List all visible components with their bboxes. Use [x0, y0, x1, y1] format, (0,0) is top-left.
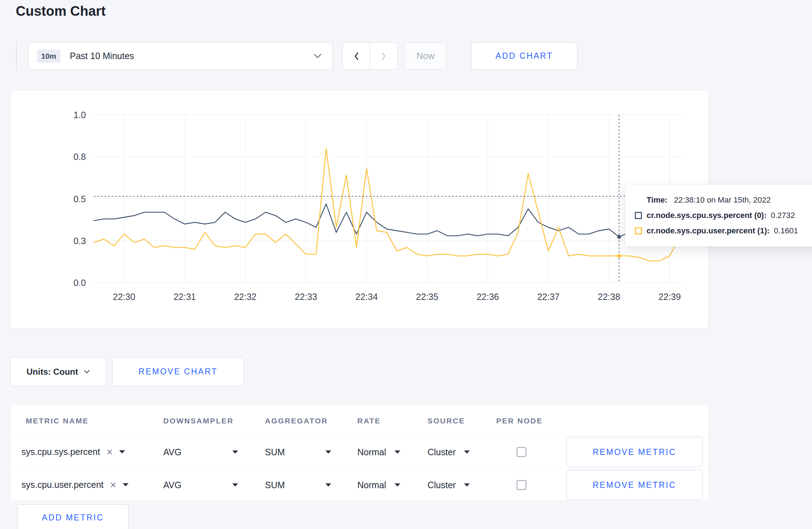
rate-value: Normal — [357, 480, 386, 490]
metric-name-select[interactable]: sys.cpu.user.percent × — [21, 480, 129, 490]
svg-text:22:32: 22:32 — [234, 292, 257, 302]
col-header-per-node: PER NODE — [496, 417, 543, 425]
svg-text:0.3: 0.3 — [73, 236, 86, 246]
clear-metric-icon[interactable]: × — [107, 447, 113, 457]
svg-text:22:33: 22:33 — [295, 292, 317, 302]
metric-row: sys.cpu.user.percent × AVG SUM Normal Cl… — [11, 468, 708, 501]
chart-card: 1.00.80.50.30.022:3022:3122:3222:3322:34… — [10, 90, 709, 329]
metrics-chart[interactable]: 1.00.80.50.30.022:3022:3122:3222:3322:34… — [11, 91, 709, 329]
col-header-source: SOURCE — [427, 417, 465, 425]
caret-down-icon — [464, 483, 470, 486]
source-select[interactable]: Cluster — [427, 447, 470, 457]
chevron-right-icon — [381, 52, 386, 60]
svg-text:22:36: 22:36 — [477, 292, 499, 302]
source-value: Cluster — [427, 480, 456, 490]
caret-down-icon — [395, 483, 400, 486]
metric-name-select[interactable]: sys.cpu.sys.percent × — [21, 447, 125, 457]
next-timespan-button[interactable] — [370, 42, 398, 70]
tooltip-series-user-label: cr.node.sys.cpu.user.percent (1): — [647, 226, 770, 236]
downsampler-value: AVG — [163, 480, 182, 490]
rate-value: Normal — [357, 447, 386, 457]
timescale-dropdown[interactable]: 10m Past 10 Minutes — [28, 42, 333, 70]
chevron-down-icon — [314, 54, 322, 58]
aggregator-select[interactable]: SUM — [265, 447, 331, 457]
downsampler-select[interactable]: AVG — [163, 447, 238, 457]
tooltip-series-user-value: 0.1601 — [774, 226, 798, 236]
clear-metric-icon[interactable]: × — [110, 480, 116, 490]
units-dropdown[interactable]: Units: Count — [10, 357, 106, 386]
rate-select[interactable]: Normal — [357, 480, 400, 490]
chevron-left-icon — [354, 52, 359, 60]
add-chart-button[interactable]: ADD CHART — [471, 42, 577, 70]
aggregator-value: SUM — [265, 447, 285, 457]
svg-text:22:31: 22:31 — [174, 292, 196, 302]
col-header-rate: RATE — [357, 417, 381, 425]
remove-chart-button[interactable]: REMOVE CHART — [112, 357, 244, 386]
col-header-downsampler: DOWNSAMPLER — [163, 417, 234, 425]
axis-labels: 1.00.80.50.30.022:3022:3122:3222:3322:34… — [73, 110, 681, 302]
series-sys-swatch-icon — [635, 212, 642, 219]
aggregator-select[interactable]: SUM — [265, 480, 331, 490]
aggregator-value: SUM — [265, 480, 285, 490]
tooltip-time-value: 22:38:10 on Mar 15th, 2022 — [674, 195, 770, 204]
source-value: Cluster — [427, 447, 456, 457]
svg-text:22:37: 22:37 — [537, 292, 560, 302]
svg-text:1.0: 1.0 — [73, 110, 86, 120]
series-line-1 — [94, 149, 680, 261]
col-header-aggregator: AGGREGATOR — [265, 417, 328, 425]
chevron-down-icon — [84, 370, 90, 374]
caret-down-icon — [232, 450, 238, 453]
gridlines — [94, 115, 683, 283]
caret-down-icon — [123, 483, 129, 486]
caret-down-icon — [325, 483, 331, 486]
svg-text:22:35: 22:35 — [416, 292, 439, 302]
metric-row: sys.cpu.sys.percent × AVG SUM Normal Clu… — [11, 435, 708, 468]
tooltip-time-row: Time: 22:38:10 on Mar 15th, 2022 — [635, 195, 811, 205]
metric-name-value: sys.cpu.user.percent — [21, 480, 103, 490]
downsampler-select[interactable]: AVG — [163, 480, 238, 490]
units-label: Units: Count — [26, 367, 78, 377]
page-title: Custom Chart — [16, 4, 106, 19]
svg-text:22:30: 22:30 — [113, 292, 135, 302]
per-node-checkbox[interactable] — [517, 480, 526, 490]
prev-timespan-button[interactable] — [342, 42, 370, 70]
svg-text:22:34: 22:34 — [356, 292, 378, 302]
caret-down-icon — [395, 450, 400, 453]
caret-down-icon — [119, 450, 125, 453]
rate-select[interactable]: Normal — [357, 447, 400, 457]
tooltip-series-sys-row: cr.node.sys.cpu.sys.percent (0): 0.2732 — [635, 211, 811, 220]
per-node-checkbox[interactable] — [517, 447, 526, 457]
series-user-swatch-icon — [635, 227, 642, 234]
remove-metric-button[interactable]: REMOVE METRIC — [566, 437, 702, 467]
timescale-badge: 10m — [37, 50, 61, 63]
metric-name-value: sys.cpu.sys.percent — [21, 447, 100, 457]
caret-down-icon — [464, 450, 470, 453]
custom-chart-page: Custom Chart 10m Past 10 Minutes Now ADD… — [0, 0, 812, 529]
svg-text:22:38: 22:38 — [598, 292, 620, 302]
svg-text:22:39: 22:39 — [658, 292, 681, 302]
tooltip-series-sys-label: cr.node.sys.cpu.sys.percent (0): — [647, 211, 767, 220]
now-button[interactable]: Now — [404, 42, 447, 70]
tooltip-time-label: Time: — [647, 195, 667, 204]
tooltip-series-user-row: cr.node.sys.cpu.user.percent (1): 0.1601 — [635, 226, 811, 236]
source-select[interactable]: Cluster — [427, 480, 470, 490]
chart-tooltip: Time: 22:38:10 on Mar 15th, 2022 cr.node… — [625, 184, 812, 247]
caret-down-icon — [325, 450, 331, 453]
timescale-label: Past 10 Minutes — [70, 51, 134, 61]
svg-text:0.8: 0.8 — [73, 152, 86, 162]
caret-down-icon — [232, 483, 238, 486]
add-metric-button[interactable]: ADD METRIC — [17, 504, 129, 529]
svg-text:0.5: 0.5 — [73, 194, 86, 204]
downsampler-value: AVG — [163, 447, 182, 457]
timespan-pager — [342, 42, 398, 70]
remove-metric-button[interactable]: REMOVE METRIC — [566, 470, 702, 500]
metrics-table: METRIC NAME DOWNSAMPLER AGGREGATOR RATE … — [10, 404, 709, 501]
timescale-divider — [16, 42, 17, 70]
svg-text:0.0: 0.0 — [73, 278, 86, 288]
col-header-metric-name: METRIC NAME — [26, 417, 89, 425]
tooltip-series-sys-value: 0.2732 — [771, 211, 795, 220]
